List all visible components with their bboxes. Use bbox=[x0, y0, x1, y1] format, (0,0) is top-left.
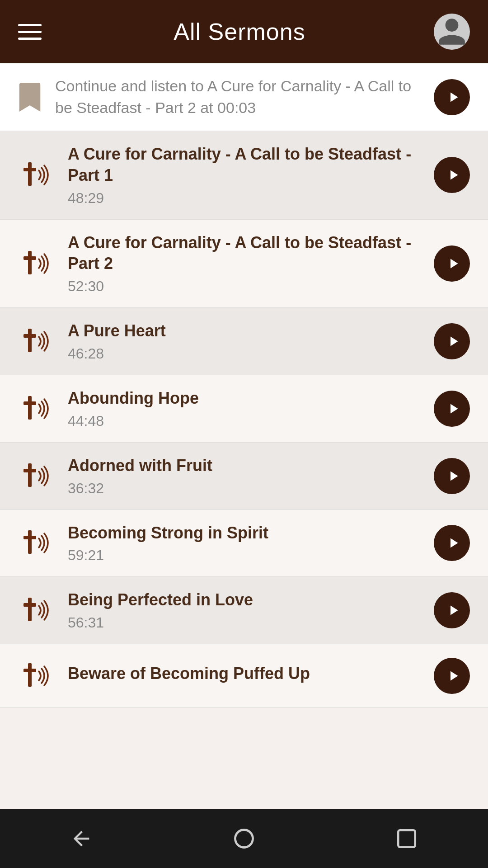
sermon-item[interactable]: A Cure for Carnality - A Call to be Stea… bbox=[0, 131, 488, 220]
svg-rect-0 bbox=[28, 162, 32, 186]
sermon-info: A Pure Heart46:28 bbox=[68, 321, 420, 362]
sermon-duration: 59:21 bbox=[68, 547, 420, 564]
sermon-info: Beware of Becoming Puffed Up bbox=[68, 663, 420, 688]
continue-text: Continue and listen to A Cure for Carnal… bbox=[55, 75, 420, 118]
sermon-play-button[interactable] bbox=[434, 245, 470, 282]
sermon-duration: 56:31 bbox=[68, 614, 420, 631]
sermon-list: A Cure for Carnality - A Call to be Stea… bbox=[0, 131, 488, 809]
svg-rect-8 bbox=[28, 463, 32, 487]
sermon-icon bbox=[18, 658, 54, 694]
sermon-title: Adorned with Fruit bbox=[68, 455, 420, 476]
svg-rect-4 bbox=[28, 329, 32, 352]
sermon-info: Adorned with Fruit36:32 bbox=[68, 455, 420, 497]
sermon-item[interactable]: Beware of Becoming Puffed Up bbox=[0, 644, 488, 708]
sermon-item[interactable]: Adorned with Fruit36:32 bbox=[0, 443, 488, 510]
sermon-title: A Cure for Carnality - A Call to be Stea… bbox=[68, 144, 420, 186]
sermon-item[interactable]: A Pure Heart46:28 bbox=[0, 308, 488, 375]
sermon-duration: 46:28 bbox=[68, 345, 420, 362]
svg-rect-6 bbox=[28, 396, 32, 420]
sermon-icon bbox=[18, 458, 54, 494]
svg-rect-12 bbox=[28, 598, 32, 621]
sermon-play-button[interactable] bbox=[434, 157, 470, 193]
sermon-title: A Pure Heart bbox=[68, 321, 420, 342]
svg-rect-17 bbox=[398, 830, 415, 847]
sermon-info: Becoming Strong in Spirit59:21 bbox=[68, 523, 420, 564]
sermon-icon bbox=[18, 391, 54, 427]
svg-rect-15 bbox=[23, 669, 36, 672]
sermon-duration: 44:48 bbox=[68, 413, 420, 429]
profile-button[interactable] bbox=[434, 14, 470, 50]
page-title: All Sermons bbox=[45, 18, 434, 45]
sermon-play-button[interactable] bbox=[434, 525, 470, 561]
menu-button[interactable] bbox=[18, 18, 45, 45]
sermon-play-button[interactable] bbox=[434, 391, 470, 427]
sermon-info: Abounding Hope44:48 bbox=[68, 388, 420, 429]
svg-point-16 bbox=[235, 830, 253, 848]
sermon-info: A Cure for Carnality - A Call to be Stea… bbox=[68, 232, 420, 295]
sermon-title: Being Perfected in Love bbox=[68, 590, 420, 611]
svg-rect-5 bbox=[23, 334, 36, 338]
sermon-item[interactable]: Being Perfected in Love56:31 bbox=[0, 577, 488, 644]
svg-rect-7 bbox=[23, 401, 36, 405]
sermon-play-button[interactable] bbox=[434, 592, 470, 628]
sermon-title: Beware of Becoming Puffed Up bbox=[68, 663, 420, 684]
svg-rect-14 bbox=[28, 663, 32, 687]
continue-play-button[interactable] bbox=[434, 79, 470, 115]
sermon-info: A Cure for Carnality - A Call to be Stea… bbox=[68, 144, 420, 207]
svg-rect-2 bbox=[28, 251, 32, 274]
sermon-title: Becoming Strong in Spirit bbox=[68, 523, 420, 544]
sermon-icon bbox=[18, 245, 54, 282]
svg-rect-11 bbox=[23, 536, 36, 539]
sermon-icon bbox=[18, 157, 54, 193]
sermon-play-button[interactable] bbox=[434, 458, 470, 494]
sermon-icon bbox=[18, 592, 54, 628]
sermon-play-button[interactable] bbox=[434, 323, 470, 359]
sermon-item[interactable]: Abounding Hope44:48 bbox=[0, 375, 488, 443]
recent-apps-button[interactable] bbox=[389, 821, 425, 857]
svg-rect-3 bbox=[23, 256, 36, 260]
svg-rect-9 bbox=[23, 469, 36, 472]
sermon-duration: 48:29 bbox=[68, 190, 420, 207]
bottom-navigation bbox=[0, 809, 488, 868]
sermon-title: A Cure for Carnality - A Call to be Stea… bbox=[68, 232, 420, 275]
back-button[interactable] bbox=[63, 821, 99, 857]
sermon-info: Being Perfected in Love56:31 bbox=[68, 590, 420, 631]
home-button[interactable] bbox=[226, 821, 262, 857]
bookmark-icon bbox=[18, 83, 42, 112]
svg-rect-13 bbox=[23, 603, 36, 607]
sermon-duration: 52:30 bbox=[68, 278, 420, 295]
sermon-icon bbox=[18, 323, 54, 359]
svg-rect-10 bbox=[28, 530, 32, 554]
app-header: All Sermons bbox=[0, 0, 488, 63]
sermon-play-button[interactable] bbox=[434, 658, 470, 694]
sermon-icon bbox=[18, 525, 54, 561]
sermon-item[interactable]: Becoming Strong in Spirit59:21 bbox=[0, 510, 488, 577]
sermon-duration: 36:32 bbox=[68, 480, 420, 497]
svg-rect-1 bbox=[23, 168, 36, 171]
sermon-item[interactable]: A Cure for Carnality - A Call to be Stea… bbox=[0, 220, 488, 308]
sermon-title: Abounding Hope bbox=[68, 388, 420, 409]
continue-banner: Continue and listen to A Cure for Carnal… bbox=[0, 63, 488, 131]
